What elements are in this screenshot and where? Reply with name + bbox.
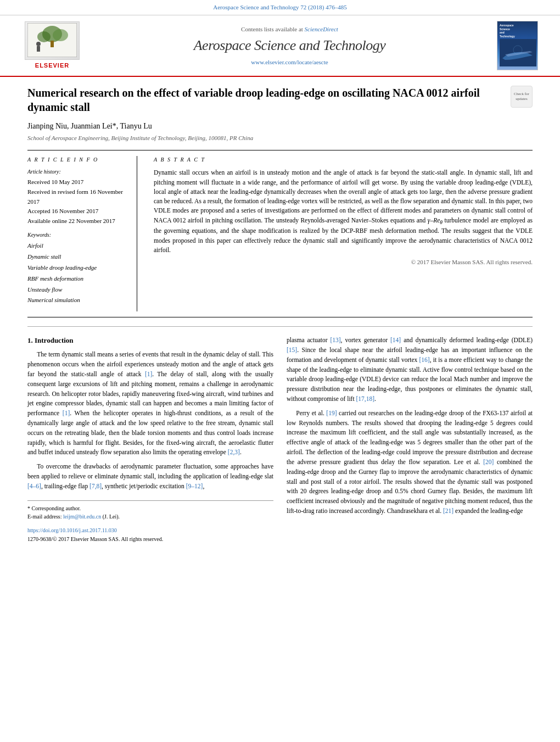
and-connector-2: and xyxy=(523,169,533,176)
and-right-6: and xyxy=(338,468,347,475)
ref-1b[interactable]: [1] xyxy=(63,410,70,416)
article-info-column: A R T I C L E I N F O Article history: R… xyxy=(27,156,137,311)
check-badge-label: Check for updates xyxy=(511,92,532,103)
journal-name: Aerospace Science and Technology xyxy=(88,36,491,55)
svg-point-2 xyxy=(37,31,51,42)
elsevier-brand-text: ELSEVIER xyxy=(35,62,69,70)
ref-16[interactable]: [16] xyxy=(419,356,430,363)
and-right-5: and xyxy=(500,449,509,455)
keyword-6: Numerical simulation xyxy=(27,295,128,306)
ref-20[interactable]: [20] xyxy=(483,459,494,465)
keywords-list: Airfoil Dynamic stall Variable droop lea… xyxy=(27,241,128,306)
abstract-column: A B S T R A C T Dynamic stall occurs whe… xyxy=(154,156,533,311)
and-right-8: and xyxy=(383,488,393,494)
authors-line: Jianping Niu, Juanmian Lei*, Tianyu Lu xyxy=(27,121,533,132)
and-5: and xyxy=(117,420,126,426)
ref-46[interactable]: [4–6] xyxy=(27,483,41,489)
sciencedirect-label: Contents lists available at ScienceDirec… xyxy=(88,25,491,34)
journal-header: ELSEVIER Contents lists available at Sci… xyxy=(0,15,560,77)
received-date: Received 10 May 2017 xyxy=(27,177,128,187)
check-for-updates-badge: Check for updates xyxy=(511,86,533,108)
elsevier-logo: ELSEVIER xyxy=(22,21,82,70)
journal-cover-inner: AerospaceScienceandTechnology xyxy=(497,21,537,70)
journal-header-middle: Contents lists available at ScienceDirec… xyxy=(88,25,491,66)
ref-1[interactable]: [1] xyxy=(145,371,152,377)
ref-912[interactable]: [9–12] xyxy=(186,483,203,489)
and-7: and xyxy=(27,449,37,455)
and-connector-9: and xyxy=(340,237,349,244)
and-right-9: and xyxy=(367,498,376,504)
and-4: and xyxy=(174,400,183,406)
ref-15[interactable]: [15] xyxy=(287,347,297,353)
ref-1718[interactable]: [17,18] xyxy=(356,395,374,402)
affiliation: School of Aerospace Engineering, Beijing… xyxy=(27,134,533,142)
intro-para-2: To overcome the drawbacks of aerodynamic… xyxy=(27,462,273,491)
right-para-2: Perry et al. [19] carried out researches… xyxy=(287,409,533,516)
elsevier-logo-image xyxy=(25,21,80,60)
doi-link[interactable]: https://doi.org/10.1016/j.ast.2017.11.03… xyxy=(27,527,117,533)
two-column-body: 1. Introduction The term dynamic stall m… xyxy=(27,336,533,543)
and-right-7: and xyxy=(299,478,309,485)
cover-graphic xyxy=(500,39,536,66)
keyword-5: Unsteady flow xyxy=(27,284,128,295)
svg-point-5 xyxy=(36,42,41,46)
and-connector-3: and xyxy=(280,179,289,186)
and-right-1: and xyxy=(404,337,413,343)
ref-14[interactable]: [14] xyxy=(390,337,401,343)
journal-url[interactable]: www.elsevier.com/locate/aescte xyxy=(88,58,491,66)
author-3: , Tianyu Lu xyxy=(116,122,152,130)
cover-title-text: AerospaceScienceandTechnology xyxy=(500,24,535,38)
keyword-1: Airfoil xyxy=(27,241,128,252)
journal-citation: Aerospace Science and Technology 72 (201… xyxy=(213,4,346,10)
issn-text: 1270-9638/© 2017 Elsevier Masson SAS. Al… xyxy=(27,535,273,543)
article-info-label: A R T I C L E I N F O xyxy=(27,156,128,164)
keyword-3: Variable droop leading-edge xyxy=(27,263,128,274)
journal-cover-image: AerospaceScienceandTechnology xyxy=(497,21,538,70)
available-online-date: Available online 22 November 2017 xyxy=(27,216,128,226)
svg-point-3 xyxy=(53,29,68,41)
footnote-email: E-mail address: leijm@bit.edu.cn (J. Lei… xyxy=(27,512,273,521)
journal-citation-bar: Aerospace Science and Technology 72 (201… xyxy=(0,0,560,15)
ref-13[interactable]: [13] xyxy=(330,337,340,343)
ref-21[interactable]: [21] xyxy=(443,507,453,514)
article-content: Numerical research on the effect of vari… xyxy=(0,77,560,554)
and-1: and xyxy=(201,361,211,367)
keyword-4: RBF mesh deformation xyxy=(27,274,128,284)
article-meta-section: A R T I C L E I N F O Article history: R… xyxy=(27,150,533,317)
received-revised-date: Received in revised form 16 November 201… xyxy=(27,187,128,207)
page: Aerospace Science and Technology 72 (201… xyxy=(0,0,560,554)
intro-para-1: The term dynamic stall means a series of… xyxy=(27,350,273,458)
svg-rect-4 xyxy=(51,41,54,47)
right-column: plasma actuator [13], vortex generator [… xyxy=(287,336,533,543)
footnote-section: * Corresponding author. E-mail address: … xyxy=(27,500,273,543)
and-connector-7: and xyxy=(417,217,426,224)
keywords-label: Keywords: xyxy=(27,231,128,239)
keywords-group: Keywords: Airfoil Dynamic stall Variable… xyxy=(27,231,128,306)
ref-19[interactable]: [19] xyxy=(326,410,337,416)
keyword-2: Dynamic stall xyxy=(27,252,128,263)
elsevier-tree-svg xyxy=(27,23,77,57)
and-right-3: and xyxy=(491,376,500,382)
footnote-email-link[interactable]: leijm@bit.edu.cn xyxy=(63,514,101,520)
and-connector-4: and xyxy=(441,198,450,204)
section-divider xyxy=(27,326,533,327)
author-1: Jianping Niu, Juanmian Lei xyxy=(27,122,113,130)
footnote-corresponding: * Corresponding author. xyxy=(27,504,273,512)
and-connector-1: and xyxy=(312,169,321,176)
and-2: and xyxy=(120,381,130,387)
and-connector-5: and xyxy=(226,207,235,214)
author-asterisk: * xyxy=(113,122,116,130)
copyright-line: © 2017 Elsevier Masson SAS. All rights r… xyxy=(154,258,533,266)
and-right-4: and xyxy=(390,429,399,436)
ref-78[interactable]: [7,8] xyxy=(89,483,102,489)
article-title-section: Numerical research on the effect of vari… xyxy=(27,86,533,114)
ref-23[interactable]: [2,3] xyxy=(228,449,240,455)
section-1-heading: 1. Introduction xyxy=(27,336,273,345)
and-right-2: and xyxy=(313,356,323,363)
history-label: Article history: xyxy=(27,168,128,176)
article-title: Numerical research on the effect of vari… xyxy=(27,86,502,114)
abstract-label: A B S T R A C T xyxy=(154,156,533,164)
article-history-group: Article history: Received 10 May 2017 Re… xyxy=(27,168,128,226)
sciencedirect-link[interactable]: ScienceDirect xyxy=(305,26,338,32)
and-6: and xyxy=(193,429,202,436)
